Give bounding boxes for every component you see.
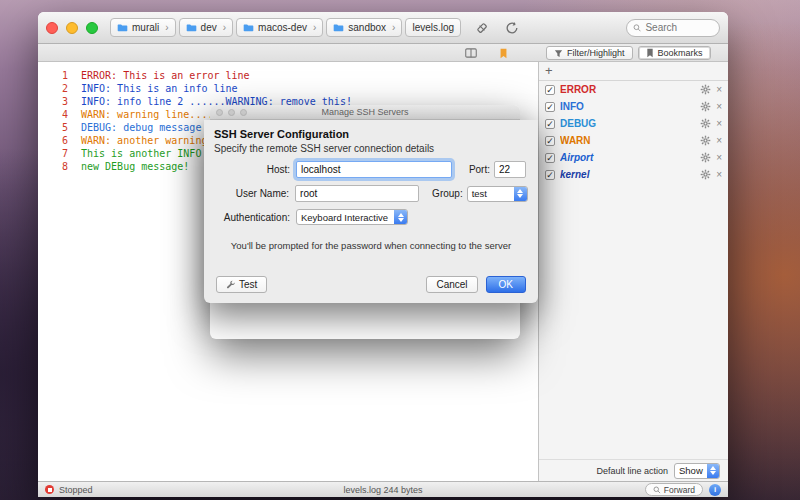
bookmark-row[interactable]: Airport × [539,149,728,166]
status-text: Stopped [59,485,93,495]
checkbox-checked[interactable] [545,85,555,95]
breadcrumb-file[interactable]: levels.log [405,18,461,37]
remove-icon[interactable]: × [716,153,722,163]
toolbar-search[interactable] [626,19,720,37]
zoom-button[interactable] [240,109,247,116]
checkbox-checked[interactable] [545,102,555,112]
user-name-field[interactable] [295,185,419,202]
gear-icon[interactable] [700,84,711,95]
host-label: Host: [214,164,290,175]
traffic-lights [46,22,98,34]
tab-bookmarks[interactable]: Bookmarks [638,46,711,60]
user-group-row: User Name: Group: test [214,185,528,202]
funnel-icon [554,49,563,58]
group-popup[interactable]: test [467,186,528,202]
authentication-popup[interactable]: Keyboard Interactive [296,209,408,225]
test-button[interactable]: Test [216,276,267,293]
default-line-action-popup[interactable]: Show [674,463,720,479]
log-line[interactable]: 2INFO: This is an info line [38,82,538,95]
remove-icon[interactable]: × [716,136,722,146]
minimize-button[interactable] [228,109,235,116]
cancel-button[interactable]: Cancel [426,276,477,293]
sheet-subheading: Specify the remote SSH server connection… [214,143,528,154]
minimize-button[interactable] [66,22,78,34]
bookmark-flag-button[interactable] [494,44,512,62]
search-direction-control[interactable]: Forward [645,483,703,496]
chevron-right-icon: › [392,22,395,33]
remove-icon[interactable]: × [716,170,722,180]
gear-icon[interactable] [700,135,711,146]
popup-value: Keyboard Interactive [297,210,394,224]
close-button[interactable] [216,109,223,116]
line-number: 6 [38,134,68,147]
gear-icon[interactable] [700,152,711,163]
bookmark-row[interactable]: kernel × [539,166,728,183]
remove-icon[interactable]: × [716,85,722,95]
status-left: Stopped [45,485,93,495]
bookmark-label: Airport [560,152,695,163]
sidebar-footer: Default line action Show [539,459,728,481]
breadcrumb-label: sandbox [348,22,386,33]
log-line[interactable]: 1ERROR: This is an error line [38,69,538,82]
line-text: INFO: This is an info line [81,82,238,95]
bookmark-row[interactable]: ERROR × [539,81,728,98]
checkbox-checked[interactable] [545,136,555,146]
bookmark-row[interactable]: DEBUG × [539,115,728,132]
checkbox-checked[interactable] [545,119,555,129]
search-input[interactable] [645,22,713,33]
tab-filter-highlight[interactable]: Filter/Highlight [546,46,633,60]
folder-icon [186,23,197,32]
bookmark-row[interactable]: WARN × [539,132,728,149]
add-bookmark-button[interactable]: + [545,65,553,77]
popup-value: Show [675,464,707,478]
clear-log-button[interactable] [473,19,491,37]
close-button[interactable] [46,22,58,34]
authentication-row: Authentication: Keyboard Interactive [214,209,528,225]
reload-button[interactable] [503,19,521,37]
columns-icon [465,48,477,58]
breadcrumb-item[interactable]: macos-dev › [236,18,323,37]
button-label: OK [499,279,513,290]
bookmark-row[interactable]: INFO × [539,98,728,115]
toolbar-icons [473,19,521,37]
gear-icon[interactable] [700,118,711,129]
port-field[interactable] [494,161,526,178]
breadcrumb-item[interactable]: murali › [110,18,176,37]
chevron-right-icon: › [313,22,316,33]
bookmark-label: ERROR [560,84,695,95]
default-line-action-label: Default line action [596,466,668,476]
stop-icon[interactable] [45,485,54,494]
folder-icon [117,23,128,32]
breadcrumb-item[interactable]: sandbox › [326,18,402,37]
info-icon[interactable]: i [709,484,721,496]
bookmark-flag-icon [499,48,508,59]
breadcrumb-label: dev [201,22,217,33]
chevron-right-icon: › [223,22,226,33]
forward-label: Forward [664,485,695,495]
gear-icon[interactable] [700,101,711,112]
split-view-button[interactable] [462,44,480,62]
gear-icon[interactable] [700,169,711,180]
checkbox-checked[interactable] [545,170,555,180]
ok-button[interactable]: OK [486,276,526,293]
dialog-titlebar: Manage SSH Servers [210,105,520,120]
popup-value: test [468,187,514,201]
titlebar: murali › dev › macos-dev › sandbox › [38,12,728,44]
line-number: 5 [38,121,68,134]
checkbox-checked[interactable] [545,153,555,163]
tab-label: Filter/Highlight [567,48,625,58]
line-number: 4 [38,108,68,121]
desktop: murali › dev › macos-dev › sandbox › [0,0,800,500]
line-text: new DEBug message! [81,160,189,173]
line-text: ERROR: This is an error line [81,69,250,82]
remove-icon[interactable]: × [716,119,722,129]
dialog-traffic-lights [216,109,247,116]
bookmark-label: INFO [560,101,695,112]
sheet-buttons: Test Cancel OK [216,276,526,293]
breadcrumb-item[interactable]: dev › [179,18,233,37]
zoom-button[interactable] [86,22,98,34]
remove-icon[interactable]: × [716,102,722,112]
host-field[interactable] [296,161,452,178]
popup-stepper-icon [707,464,720,478]
wrench-icon [226,280,235,289]
